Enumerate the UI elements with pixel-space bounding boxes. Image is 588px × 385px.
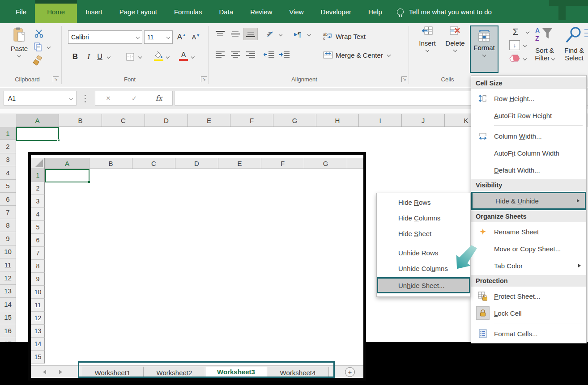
column-header-a[interactable]: A xyxy=(16,114,59,127)
merge-center-button[interactable]: Merge & Center xyxy=(323,50,390,60)
menu-item-tab-color[interactable]: Tab Color xyxy=(471,257,586,274)
menu-item-autofit-column-width[interactable]: AutoFit Column Width xyxy=(471,144,586,161)
submenu-item-unhide-sheet[interactable]: Unhide Sheet... xyxy=(377,277,470,293)
italic-button[interactable]: I xyxy=(84,51,93,63)
ribbon-tab-home[interactable]: Home xyxy=(35,0,77,23)
align-center-button[interactable] xyxy=(229,49,242,60)
row-header-2[interactable]: 2 xyxy=(0,140,16,153)
submenu-item-hide-sheet[interactable]: Hide Sheet xyxy=(377,226,470,241)
row-header-15[interactable]: 15 xyxy=(0,311,16,324)
clipboard-dialog-launcher[interactable]: ↘ xyxy=(53,76,59,82)
column-header-h[interactable]: H xyxy=(316,114,359,127)
decrease-font-button[interactable]: A▼ xyxy=(190,31,202,43)
fill-handle[interactable] xyxy=(57,139,60,142)
find-select-label[interactable]: Find & Select xyxy=(561,47,587,62)
column-header-e[interactable]: E xyxy=(188,114,230,127)
row-header-3[interactable]: 3 xyxy=(0,153,16,166)
row-header-5[interactable]: 5 xyxy=(0,180,16,193)
ribbon-tab-insert[interactable]: Insert xyxy=(77,0,111,23)
orientation-button[interactable]: ab xyxy=(265,29,277,39)
row-header-10[interactable]: 10 xyxy=(0,245,16,258)
row-header-12[interactable]: 12 xyxy=(0,271,16,284)
name-box[interactable]: A1 xyxy=(4,91,77,106)
ribbon-tab-developer[interactable]: Developer xyxy=(312,0,360,23)
paste-button[interactable]: Paste xyxy=(7,27,31,57)
delete-cells-button[interactable]: Delete xyxy=(442,26,468,51)
sort-filter-label[interactable]: Sort & Filter xyxy=(530,47,559,62)
row-header-1[interactable]: 1 xyxy=(0,127,16,140)
cut-button[interactable] xyxy=(33,29,45,38)
clear-button[interactable] xyxy=(507,53,521,63)
menu-item-format-cells[interactable]: Format Cells... xyxy=(471,325,586,342)
menu-item-default-width[interactable]: Default Width... xyxy=(471,161,586,178)
middle-align-button[interactable] xyxy=(229,29,242,39)
menu-item-row-height[interactable]: Row Height... xyxy=(471,90,586,107)
row-header-9[interactable]: 9 xyxy=(0,232,16,245)
menu-item-autofit-row-height[interactable]: AutoFit Row Height xyxy=(471,107,586,124)
row-header-8[interactable]: 8 xyxy=(0,219,16,232)
font-dialog-launcher[interactable]: ↘ xyxy=(201,76,207,82)
decrease-indent-button[interactable] xyxy=(262,49,276,60)
ribbon-tab-formulas[interactable]: Formulas xyxy=(166,0,211,23)
borders-button[interactable] xyxy=(125,52,135,62)
align-left-button[interactable] xyxy=(214,49,226,60)
top-align-button[interactable] xyxy=(214,29,226,39)
submenu-item-unhide-columns[interactable]: Unhide Columns xyxy=(377,261,470,276)
column-header-g[interactable]: G xyxy=(273,114,316,127)
text-direction-button[interactable]: ▶¶ xyxy=(291,29,304,39)
column-header-d[interactable]: D xyxy=(145,114,188,127)
insert-function-icon[interactable]: fx xyxy=(147,94,170,102)
format-button[interactable]: Format xyxy=(470,25,499,73)
insert-cells-button[interactable]: Insert xyxy=(414,26,440,51)
submenu-item-hide-columns[interactable]: Hide Columns xyxy=(377,210,470,226)
ribbon-tab-view[interactable]: View xyxy=(281,0,312,23)
column-header-c[interactable]: C xyxy=(102,114,145,127)
font-name-combobox[interactable]: Calibri xyxy=(68,30,142,44)
fill-button[interactable]: ↓ xyxy=(509,40,520,50)
format-painter-button[interactable] xyxy=(32,55,44,66)
ribbon-tab-file[interactable]: File xyxy=(7,0,35,23)
ribbon-tab-review[interactable]: Review xyxy=(242,0,281,23)
wrap-text-button[interactable]: abc Wrap Text xyxy=(323,31,366,41)
menu-item-column-width[interactable]: Column Width... xyxy=(471,127,586,144)
find-select-button[interactable] xyxy=(562,25,585,46)
submenu-item-unhide-rows[interactable]: Unhide Rows xyxy=(377,245,470,261)
underline-button[interactable]: U xyxy=(95,51,105,63)
column-header-f[interactable]: F xyxy=(230,114,273,127)
menu-item-protect-sheet[interactable]: Protect Sheet... xyxy=(471,288,586,305)
menu-item-hide-unhide[interactable]: Hide & Unhide xyxy=(471,192,586,210)
align-right-button[interactable] xyxy=(244,49,257,60)
ribbon-tab-help[interactable]: Help xyxy=(360,0,391,23)
formula-bar-splitter[interactable] xyxy=(85,94,86,103)
bottom-align-button[interactable] xyxy=(243,28,258,40)
row-header-4[interactable]: 4 xyxy=(0,166,16,179)
menu-item-lock-cell[interactable]: Lock Cell xyxy=(471,305,586,322)
row-header-17[interactable]: 17 xyxy=(0,337,16,342)
increase-indent-button[interactable] xyxy=(277,49,291,60)
row-header-16[interactable]: 16 xyxy=(0,324,16,337)
submenu-item-hide-rows[interactable]: Hide Rows xyxy=(377,195,470,210)
fill-color-button[interactable] xyxy=(152,50,165,63)
row-header-7[interactable]: 7 xyxy=(0,206,16,219)
tell-me-box[interactable]: Tell me what you want to do xyxy=(397,0,492,23)
column-header-b[interactable]: B xyxy=(59,114,102,127)
font-size-combobox[interactable]: 11 xyxy=(144,30,173,44)
ribbon-tab-data[interactable]: Data xyxy=(210,0,242,23)
column-header-j[interactable]: J xyxy=(402,114,445,127)
column-header-i[interactable]: I xyxy=(359,114,402,127)
row-header-6[interactable]: 6 xyxy=(0,193,16,206)
menu-item-move-or-copy-sheet[interactable]: Move or Copy Sheet... xyxy=(471,240,586,257)
ribbon-tab-page-layout[interactable]: Page Layout xyxy=(111,0,166,23)
alignment-dialog-launcher[interactable]: ↘ xyxy=(401,76,407,82)
row-header-11[interactable]: 11 xyxy=(0,258,16,271)
row-header-13[interactable]: 13 xyxy=(0,285,16,298)
bold-button[interactable]: B xyxy=(70,51,81,63)
font-color-button[interactable]: A xyxy=(178,49,189,63)
sort-filter-button[interactable]: A Z xyxy=(532,25,557,46)
menu-item-rename-sheet[interactable]: Rename Sheet xyxy=(471,223,586,240)
enter-icon[interactable]: ✓ xyxy=(121,94,147,102)
autosum-button[interactable]: Σ xyxy=(509,26,522,38)
copy-button[interactable] xyxy=(32,42,44,52)
row-header-14[interactable]: 14 xyxy=(0,298,16,311)
selected-cell-a1[interactable] xyxy=(16,127,59,141)
